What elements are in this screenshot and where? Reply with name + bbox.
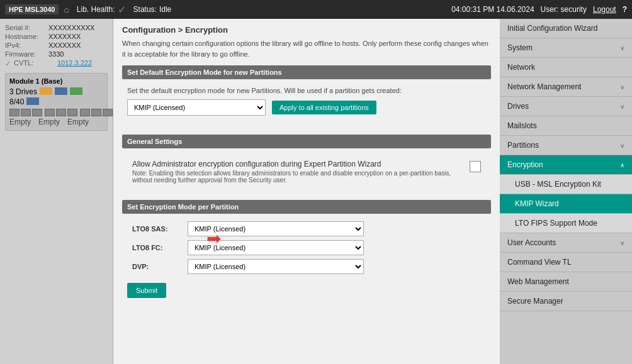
nav-label-web-mgmt: Web Management (507, 277, 569, 286)
partition-row-lto8sas: LTO8 SAS: KMIP (Licensed) None Controlle… (127, 221, 486, 236)
empty-label-1: Empty (9, 118, 31, 126)
chevron-down-icon-user-accounts: ∨ (620, 240, 624, 246)
chevron-up-icon-encryption: ∧ (620, 162, 624, 168)
partition-section: Set Encryption Mode per Partition LTO8 S… (122, 200, 491, 304)
drives-count: 8/40 (9, 97, 24, 106)
serial-value: XXXXXXXXXX (48, 24, 94, 31)
general-settings-header: General Settings (122, 135, 491, 148)
nav-label-encryption: Encryption (507, 160, 543, 169)
nav-item-command-view[interactable]: Command View TL (500, 253, 632, 272)
slot-1 (9, 109, 20, 116)
slot-5 (56, 109, 66, 116)
cvtl-link[interactable]: 1012.3.222 (57, 59, 92, 68)
help-button[interactable]: ? (623, 5, 627, 14)
nav-item-network-mgmt[interactable]: Network Management ∨ (500, 77, 632, 97)
nav-label-drives: Drives (507, 102, 529, 111)
nav-item-kmip-wizard[interactable]: KMIP Wizard (500, 194, 632, 214)
empty-label-2: Empty (38, 118, 60, 126)
allow-label: Allow Administrator encryption configura… (132, 160, 463, 168)
lib-health-label: Lib. Health: (77, 5, 115, 14)
slot-7 (80, 109, 90, 116)
default-encryption-header: Set Default Encryption Mode for new Part… (122, 65, 491, 79)
cvtl-label: CVTL: (14, 59, 55, 68)
chevron-down-icon-system: ∨ (620, 45, 624, 52)
lto8sas-label: LTO8 SAS: (132, 225, 183, 233)
dvp-select[interactable]: KMIP (Licensed) None Controller Based (T… (188, 259, 364, 274)
nav-item-system[interactable]: System ∨ (500, 38, 632, 58)
nav-label-lto-fips: LTO FIPS Support Mode (515, 219, 597, 228)
slot-4 (45, 109, 55, 116)
nav-item-initial-config[interactable]: Initial Configuration Wizard (500, 19, 632, 38)
slot-6 (67, 109, 77, 116)
nav-label-system: System (507, 43, 533, 52)
top-bar: HPE MSL3040 ⌂ Lib. Health: ✓ Status: Idl… (0, 0, 632, 19)
partition-section-body: LTO8 SAS: KMIP (Licensed) None Controlle… (122, 219, 491, 304)
nav-item-secure-manager[interactable]: Secure Manager (500, 292, 632, 311)
module-section: Module 1 (Base) 3 Drives 8/40 (5, 73, 108, 131)
lto8fc-label: LTO8 FC: (132, 244, 183, 251)
allow-checkbox[interactable] (470, 161, 481, 172)
nav-item-web-mgmt[interactable]: Web Management (500, 272, 632, 292)
submit-button[interactable]: Submit (127, 283, 166, 298)
general-row: Allow Administrator encryption configura… (127, 156, 486, 187)
status-label: Status: (133, 5, 157, 14)
sidebar-left: Serial #: XXXXXXXXXX Hostname: XXXXXXX I… (0, 19, 113, 364)
slot-3 (32, 109, 42, 116)
user-section: User: security (541, 5, 587, 14)
drives-row: 3 Drives (9, 87, 103, 96)
lto8sas-select[interactable]: KMIP (Licensed) None Controller Based (T… (188, 221, 364, 236)
ipv4-label: IPv4: (5, 41, 46, 49)
slot-8 (91, 109, 101, 116)
nav-item-usb-msl[interactable]: USB - MSL Encryption Kit (500, 175, 632, 194)
nav-label-secure-manager: Secure Manager (507, 297, 563, 306)
nav-item-mailslots[interactable]: Mailslots (500, 116, 632, 136)
nav-label-initial-config: Initial Configuration Wizard (507, 24, 597, 33)
empty-labels: Empty Empty Empty (9, 118, 103, 126)
default-encryption-desc: Set the default encryption mode for new … (127, 87, 486, 94)
nav-label-mailslots: Mailslots (507, 121, 537, 130)
general-note: Note: Enabling this selection allows lib… (132, 170, 463, 184)
slot-row (9, 109, 103, 116)
nav-item-lto-fips[interactable]: LTO FIPS Support Mode (500, 214, 632, 233)
top-bar-left: HPE MSL3040 ⌂ (5, 4, 69, 14)
empty-label-3: Empty (67, 118, 89, 126)
module-title: Module 1 (Base) (9, 77, 103, 85)
drive-blue-2 (26, 97, 39, 105)
nav-label-command-view: Command View TL (507, 258, 572, 267)
home-icon[interactable]: ⌂ (64, 4, 69, 14)
nav-item-drives[interactable]: Drives ∨ (500, 97, 632, 116)
chevron-down-icon-drives: ∨ (620, 103, 624, 110)
nav-label-network-mgmt: Network Management (507, 82, 581, 91)
nav-item-network[interactable]: Network (500, 58, 632, 77)
dvp-label: DVP: (132, 263, 183, 270)
lto8fc-select[interactable]: KMIP (Licensed) None Controller Based (T… (188, 240, 364, 255)
default-encryption-section: Set Default Encryption Mode for new Part… (122, 65, 491, 128)
lib-health-status: ✓ (118, 4, 126, 16)
nav-item-encryption[interactable]: Encryption ∧ (500, 155, 632, 175)
nav-label-kmip-wizard: KMIP Wizard (515, 199, 559, 208)
intro-text: When changing certain configuration opti… (122, 38, 491, 59)
nav-label-partitions: Partitions (507, 141, 539, 150)
logout-button[interactable]: Logout (593, 5, 616, 14)
drive-green-1 (70, 87, 82, 95)
nav-label-usb-msl: USB - MSL Encryption Kit (515, 180, 601, 189)
default-encryption-select[interactable]: KMIP (Licensed) None Controller Based (T… (127, 99, 266, 116)
main-layout: Serial #: XXXXXXXXXX Hostname: XXXXXXX I… (0, 19, 632, 364)
top-bar-right: 04:00:31 PM 14.06.2024 User: security Lo… (451, 5, 627, 14)
slot-group-2 (45, 109, 77, 116)
nav-item-partitions[interactable]: Partitions ∨ (500, 136, 632, 155)
drives-label: 3 Drives (9, 87, 37, 96)
firmware-label: Firmware: (5, 50, 46, 58)
hostname-value: XXXXXXX (48, 33, 81, 40)
device-info: Serial #: XXXXXXXXXX Hostname: XXXXXXX I… (5, 24, 108, 68)
main-area: ➡ Configuration > Encryption When changi… (113, 19, 632, 364)
nav-item-user-accounts[interactable]: User Accounts ∨ (500, 233, 632, 253)
nav-label-network: Network (507, 63, 535, 72)
default-encryption-body: Set the default encryption mode for new … (122, 84, 491, 128)
partition-row-lto8fc: LTO8 FC: KMIP (Licensed) None Controller… (127, 240, 486, 255)
drive-blue-1 (55, 87, 67, 95)
datetime: 04:00:31 PM 14.06.2024 (451, 5, 534, 14)
slot-9 (103, 109, 113, 116)
firmware-value: 3330 (48, 50, 64, 58)
apply-existing-partitions-button[interactable]: Apply to all existing partitions (272, 101, 376, 114)
